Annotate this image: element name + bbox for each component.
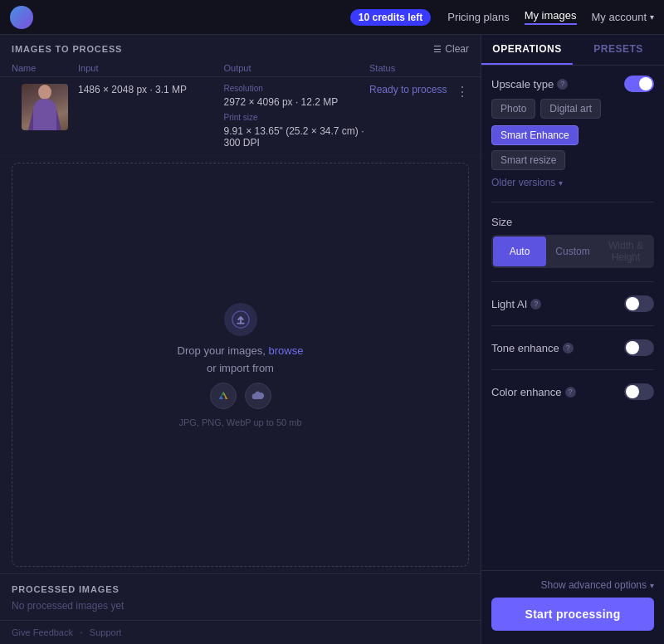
pricing-link[interactable]: Pricing plans: [447, 11, 509, 23]
footer-sep: •: [80, 627, 83, 637]
col-name: Name: [12, 63, 78, 73]
enhance-buttons: Smart Enhance Smart resize: [491, 125, 654, 170]
size-auto-button[interactable]: Auto: [493, 237, 546, 266]
col-output: Output: [224, 63, 370, 73]
drive-icon: [217, 389, 230, 402]
upscale-type-buttons: Photo Digital art: [491, 99, 654, 119]
divider-3: [491, 325, 654, 326]
tab-presets[interactable]: PRESETS: [573, 35, 664, 65]
credits-badge[interactable]: 10 credits left: [350, 9, 431, 26]
input-size: 1486 × 2048 px · 3.1 MP: [78, 84, 224, 95]
size-label: Size: [491, 216, 654, 228]
cloud-icon: [251, 389, 265, 402]
left-footer: Give Feedback • Support: [0, 620, 481, 644]
older-versions-toggle[interactable]: Older versions ▾: [491, 177, 654, 188]
color-enhance-info-icon[interactable]: ?: [565, 387, 576, 398]
toggle-knob: [626, 385, 639, 398]
right-panel: OPERATIONS PRESETS Upscale type ? Photo: [481, 35, 664, 644]
col-status: Status: [369, 63, 452, 73]
upload-svg: [232, 310, 250, 329]
toggle-knob: [626, 341, 639, 354]
tone-enhance-info-icon[interactable]: ?: [563, 343, 574, 354]
color-enhance-label: Color enhance ?: [491, 386, 576, 398]
start-processing-button[interactable]: Start processing: [491, 598, 654, 631]
google-drive-button[interactable]: [210, 383, 237, 409]
tone-enhance-toggle[interactable]: [624, 339, 654, 356]
account-menu[interactable]: My account ▾: [592, 11, 654, 23]
print-size: 9.91 × 13.65" (25.2 × 34.7 cm) · 300 DPI: [224, 125, 370, 149]
images-section-header: IMAGES TO PROCESS ☰ Clear: [0, 35, 481, 60]
person-silhouette: [28, 84, 61, 130]
more-options-button[interactable]: ⋮: [452, 84, 469, 100]
advanced-options-toggle[interactable]: Show advanced options ▾: [491, 579, 654, 591]
divider-2: [491, 281, 654, 282]
logo: [10, 6, 33, 29]
panel-footer: Show advanced options ▾ Start processing: [481, 570, 664, 637]
input-info: 1486 × 2048 px · 3.1 MP: [78, 84, 224, 95]
no-processed-label: No processed images yet: [12, 600, 469, 612]
clear-button[interactable]: ☰ Clear: [433, 43, 469, 55]
output-res-label: Resolution: [224, 84, 370, 93]
smart-resize-button[interactable]: Smart resize: [491, 150, 565, 170]
print-label: Print size: [224, 113, 370, 122]
file-types-label: JPG, PNG, WebP up to 50 mb: [178, 417, 301, 427]
color-enhance-row: Color enhance ?: [491, 383, 654, 400]
account-label: My account: [592, 11, 647, 23]
digital-art-button[interactable]: Digital art: [540, 99, 601, 119]
size-section: Size Auto Custom Width & Height: [491, 216, 654, 268]
svg-point-0: [38, 85, 51, 100]
divider-1: [491, 202, 654, 202]
toggle-knob: [639, 77, 652, 90]
operations-content: Upscale type ? Photo Digital art Smart E…: [481, 66, 664, 570]
thumb-placeholder: [22, 84, 68, 130]
size-custom-button[interactable]: Custom: [546, 237, 599, 266]
chevron-down-icon: ▾: [650, 12, 654, 22]
color-enhance-toggle[interactable]: [624, 383, 654, 400]
processed-section: PROCESSED IMAGES No processed images yet: [0, 573, 481, 620]
support-link[interactable]: Support: [90, 627, 122, 637]
toggle-knob: [626, 297, 639, 310]
light-ai-toggle[interactable]: [624, 295, 654, 312]
smart-enhance-button[interactable]: Smart Enhance: [491, 125, 579, 145]
drop-text: Drop your images, browse: [178, 344, 304, 357]
photo-button[interactable]: Photo: [491, 99, 535, 119]
status-cell: Ready to process: [369, 84, 452, 95]
left-panel: IMAGES TO PROCESS ☰ Clear Name Input Out…: [0, 35, 481, 644]
feedback-link[interactable]: Give Feedback: [12, 627, 73, 637]
processed-title: PROCESSED IMAGES: [12, 584, 120, 594]
chevron-down-icon: ▾: [650, 581, 654, 590]
browse-link[interactable]: browse: [268, 344, 303, 357]
light-ai-row: Light AI ?: [491, 295, 654, 312]
table-header: Name Input Output Status: [0, 60, 481, 77]
tab-operations[interactable]: OPERATIONS: [481, 35, 573, 65]
table-row: 1486 × 2048 px · 3.1 MP Resolution 2972 …: [0, 77, 481, 156]
size-buttons: Auto Custom Width & Height: [491, 235, 654, 268]
drop-label: Drop your images,: [178, 344, 266, 357]
light-ai-label: Light AI ?: [491, 298, 541, 310]
upscale-info-icon[interactable]: ?: [557, 79, 568, 90]
older-versions-label: Older versions: [491, 177, 555, 188]
images-section-title: IMAGES TO PROCESS: [12, 44, 122, 54]
upscale-type-section: Upscale type ? Photo Digital art Smart E…: [491, 76, 654, 188]
thumbnail-cell: [12, 84, 78, 130]
my-images-link[interactable]: My images: [525, 9, 577, 25]
output-size: 2972 × 4096 px · 12.2 MP: [224, 96, 370, 108]
import-icons: [210, 383, 271, 409]
size-wh-button[interactable]: Width & Height: [599, 237, 652, 266]
upscale-type-header: Upscale type ?: [491, 76, 654, 92]
drop-zone[interactable]: Drop your images, browse or import from: [12, 163, 469, 567]
image-thumbnail: [22, 84, 68, 130]
main-layout: IMAGES TO PROCESS ☰ Clear Name Input Out…: [0, 35, 664, 644]
upscale-type-label: Upscale type ?: [491, 78, 568, 90]
clear-icon: ☰: [433, 44, 442, 55]
cloud-button[interactable]: [245, 383, 271, 409]
light-ai-info-icon[interactable]: ?: [530, 299, 541, 310]
chevron-down-icon: ▾: [559, 178, 563, 188]
col-input: Input: [78, 63, 224, 73]
upload-icon: [224, 303, 257, 336]
status-badge: Ready to process: [369, 84, 447, 95]
upscale-toggle[interactable]: [624, 76, 654, 92]
topnav: 10 credits left Pricing plans My images …: [0, 0, 664, 35]
clear-label: Clear: [445, 43, 469, 55]
tone-enhance-label: Tone enhance ?: [491, 342, 574, 354]
